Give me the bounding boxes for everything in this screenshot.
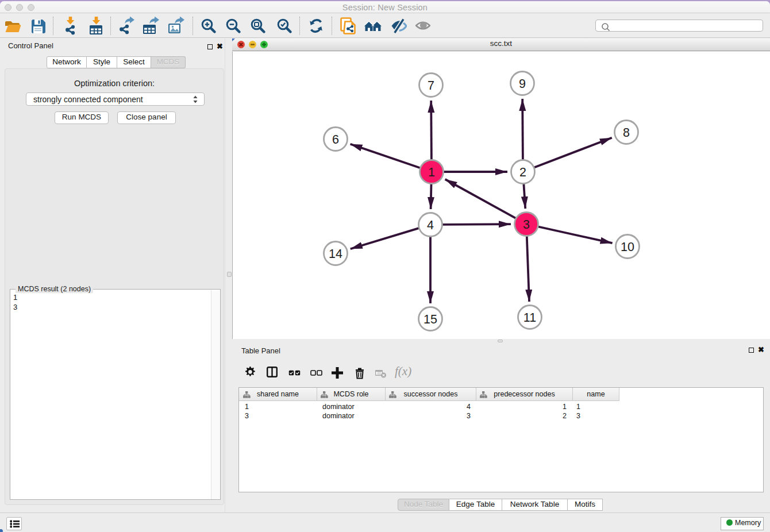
svg-text:14: 14 (329, 247, 342, 261)
svg-text:3: 3 (523, 218, 530, 232)
svg-text:1: 1 (428, 165, 435, 179)
svg-text:6: 6 (332, 133, 339, 147)
svg-text:7: 7 (428, 79, 434, 92)
svg-text:15: 15 (424, 313, 437, 326)
svg-text:2: 2 (519, 165, 526, 179)
svg-text:4: 4 (427, 218, 434, 232)
svg-text:8: 8 (623, 126, 630, 140)
svg-text:11: 11 (523, 311, 536, 325)
svg-text:10: 10 (621, 240, 634, 254)
svg-text:9: 9 (519, 77, 526, 91)
